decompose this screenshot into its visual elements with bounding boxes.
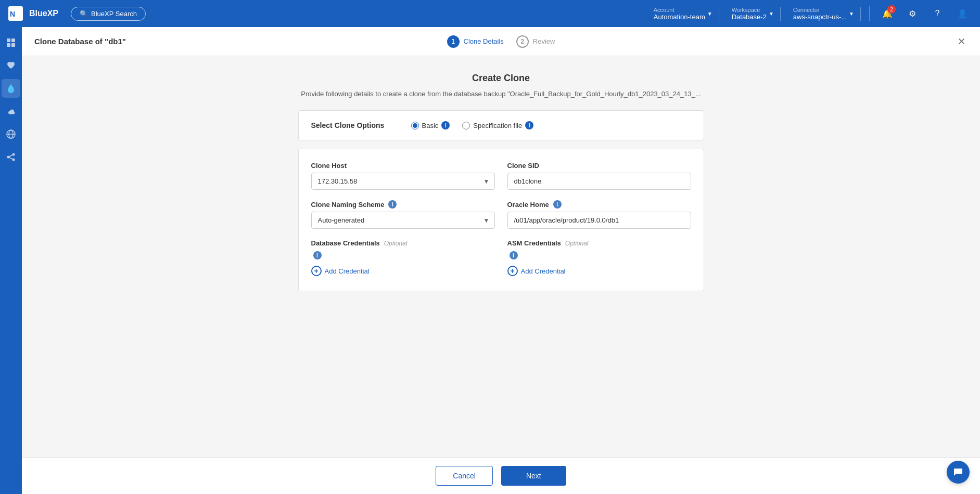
netapp-logo: N bbox=[8, 6, 23, 21]
clone-naming-select-wrapper: Auto-generated ▼ bbox=[311, 212, 495, 229]
clone-naming-group: Clone Naming Scheme i Auto-generated ▼ bbox=[311, 200, 495, 229]
clone-host-group: Clone Host 172.30.15.58 ▼ bbox=[311, 162, 495, 190]
modal-body: Create Clone Provide following details t… bbox=[22, 56, 980, 457]
modal-header: Clone Database of "db1" 1 Clone Details … bbox=[22, 27, 980, 56]
notifications-button[interactable]: 🔔 2 bbox=[878, 4, 897, 23]
account-value: Automation-team bbox=[654, 13, 705, 21]
create-clone-subtitle: Provide following details to create a cl… bbox=[298, 90, 704, 98]
clone-sid-label: Clone SID bbox=[507, 162, 691, 170]
user-button[interactable]: 👤 bbox=[953, 4, 972, 23]
settings-button[interactable]: ⚙ bbox=[903, 4, 922, 23]
db-credentials-title: Database Credentials bbox=[311, 239, 380, 247]
asm-credentials-group: ASM Credentials Optional i + Add Credent… bbox=[507, 239, 691, 278]
clone-options-row: Select Clone Options Basic i Specificati… bbox=[311, 121, 691, 129]
db-credentials-header: Database Credentials Optional bbox=[311, 239, 495, 247]
asm-add-credential-button[interactable]: + Add Credential bbox=[507, 264, 566, 278]
search-icon: 🔍 bbox=[80, 10, 88, 18]
sidebar-item-share[interactable] bbox=[2, 148, 20, 166]
chat-bubble-button[interactable] bbox=[947, 461, 970, 484]
top-navigation: N BlueXP 🔍 BlueXP Search Account Automat… bbox=[0, 0, 980, 27]
svg-rect-3 bbox=[11, 38, 15, 42]
clone-naming-label-row: Clone Naming Scheme i bbox=[311, 200, 495, 209]
modal-steps: 1 Clone Details 2 Review bbox=[447, 35, 555, 48]
db-credentials-group: Database Credentials Optional i + Add Cr… bbox=[311, 239, 495, 278]
oracle-home-info-icon[interactable]: i bbox=[553, 200, 562, 209]
oracle-home-label-row: Oracle Home i bbox=[507, 200, 691, 209]
connector-chevron-icon: ▼ bbox=[849, 11, 854, 17]
account-chevron-icon: ▼ bbox=[707, 11, 712, 17]
svg-rect-4 bbox=[7, 43, 10, 47]
sidebar-item-globe[interactable] bbox=[2, 125, 20, 144]
clone-options-card: Select Clone Options Basic i Specificati… bbox=[298, 110, 704, 140]
sidebar bbox=[0, 27, 22, 494]
sidebar-item-cloud[interactable] bbox=[2, 102, 20, 121]
spec-info-icon[interactable]: i bbox=[525, 121, 533, 129]
svg-line-12 bbox=[9, 155, 12, 157]
asm-credentials-info-icon[interactable]: i bbox=[510, 251, 518, 259]
radio-spec-input[interactable] bbox=[462, 122, 470, 129]
sidebar-item-active[interactable] bbox=[2, 79, 20, 98]
modal-footer: Cancel Next bbox=[22, 457, 980, 494]
asm-credentials-header: ASM Credentials Optional bbox=[507, 239, 691, 247]
dashboard-icon bbox=[6, 37, 16, 48]
oracle-home-group: Oracle Home i bbox=[507, 200, 691, 229]
step-1: 1 Clone Details bbox=[447, 35, 504, 48]
clone-naming-select[interactable]: Auto-generated bbox=[311, 212, 495, 229]
db-credentials-optional: Optional bbox=[384, 240, 408, 247]
help-button[interactable]: ? bbox=[928, 4, 947, 23]
sidebar-item-protection[interactable] bbox=[2, 56, 20, 75]
svg-text:N: N bbox=[10, 10, 15, 18]
db-credentials-info-icon[interactable]: i bbox=[313, 251, 322, 259]
db-add-credential-label: Add Credential bbox=[325, 267, 370, 275]
workspace-label: Workspace bbox=[732, 7, 767, 13]
svg-rect-5 bbox=[11, 43, 15, 47]
db-add-credential-button[interactable]: + Add Credential bbox=[311, 264, 370, 278]
step-2-label: Review bbox=[533, 37, 555, 45]
svg-point-11 bbox=[12, 159, 15, 161]
create-clone-title: Create Clone bbox=[298, 73, 704, 84]
clone-naming-info-icon[interactable]: i bbox=[388, 200, 397, 209]
modal-overlay: Clone Database of "db1" 1 Clone Details … bbox=[22, 27, 980, 494]
step-2-number: 2 bbox=[516, 35, 529, 48]
globe-icon bbox=[6, 129, 16, 139]
radio-basic-input[interactable] bbox=[411, 122, 419, 129]
workspace-section[interactable]: Workspace Database-2 ▼ bbox=[726, 7, 781, 21]
radio-basic-label: Basic bbox=[422, 122, 439, 129]
radio-basic[interactable]: Basic i bbox=[411, 121, 450, 129]
basic-info-icon[interactable]: i bbox=[441, 121, 450, 129]
svg-line-13 bbox=[9, 158, 12, 159]
account-section[interactable]: Account Automation-team ▼ bbox=[647, 7, 719, 21]
connector-value: aws-snapctr-us-... bbox=[793, 13, 847, 21]
radio-spec-label: Specification file bbox=[473, 122, 522, 129]
credentials-row: Database Credentials Optional i + Add Cr… bbox=[311, 239, 691, 278]
next-button[interactable]: Next bbox=[501, 466, 566, 486]
asm-add-icon: + bbox=[507, 266, 518, 276]
asm-credentials-title: ASM Credentials bbox=[507, 239, 561, 247]
clone-options-label: Select Clone Options bbox=[311, 121, 394, 129]
workspace-value: Database-2 bbox=[732, 13, 767, 21]
workspace-chevron-icon: ▼ bbox=[769, 11, 774, 17]
form-card: Clone Host 172.30.15.58 ▼ Clone SID bbox=[298, 149, 704, 291]
search-button[interactable]: 🔍 BlueXP Search bbox=[71, 7, 146, 21]
clone-host-label: Clone Host bbox=[311, 162, 495, 170]
form-row-2: Clone Naming Scheme i Auto-generated ▼ bbox=[311, 200, 691, 229]
sidebar-item-dashboard[interactable] bbox=[2, 33, 20, 52]
form-row-1: Clone Host 172.30.15.58 ▼ Clone SID bbox=[311, 162, 691, 190]
svg-point-9 bbox=[12, 153, 15, 156]
svg-rect-2 bbox=[7, 38, 10, 42]
clone-naming-label: Clone Naming Scheme bbox=[311, 201, 385, 209]
modal-close-button[interactable]: ✕ bbox=[956, 34, 968, 49]
cancel-button[interactable]: Cancel bbox=[436, 466, 493, 486]
cloud-icon bbox=[6, 106, 16, 116]
oracle-home-label: Oracle Home bbox=[507, 201, 549, 209]
app-brand: BlueXP bbox=[29, 9, 58, 18]
heart-icon bbox=[6, 60, 16, 71]
modal-inner: Create Clone Provide following details t… bbox=[298, 73, 704, 440]
step-1-number: 1 bbox=[447, 35, 460, 48]
db-add-icon: + bbox=[311, 266, 322, 276]
oracle-home-input[interactable] bbox=[507, 212, 691, 229]
connector-section[interactable]: Connector aws-snapctr-us-... ▼ bbox=[787, 7, 861, 21]
clone-sid-input[interactable] bbox=[507, 173, 691, 190]
clone-host-select[interactable]: 172.30.15.58 bbox=[311, 173, 495, 190]
radio-spec-file[interactable]: Specification file i bbox=[462, 121, 533, 129]
